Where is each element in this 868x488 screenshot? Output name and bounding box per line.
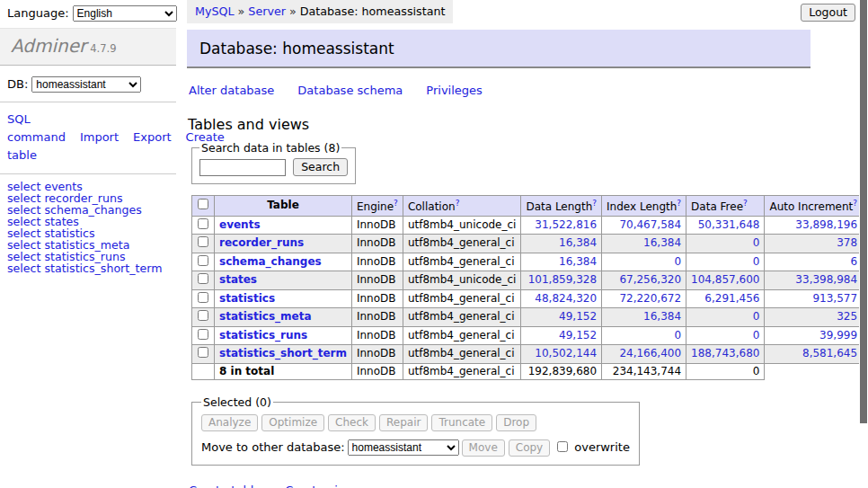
data-length-cell: 10,502,144 <box>521 345 602 364</box>
language-select[interactable]: English <box>73 5 177 22</box>
row-checkbox[interactable] <box>198 218 208 229</box>
database-nav-link[interactable]: Database schema <box>297 84 403 97</box>
row-checkbox[interactable] <box>198 310 208 321</box>
total-data-length-cell: 192,839,680 <box>521 363 602 380</box>
engine-cell: InnoDB <box>351 235 403 253</box>
move-label: Move to other database: <box>201 440 345 454</box>
table-row: statistics_runs InnoDB utf8mb4_general_c… <box>192 326 868 345</box>
collation-cell: utf8mb4_general_ci <box>403 289 521 308</box>
move-db-select[interactable]: homeassistant <box>348 439 459 456</box>
row-checkbox[interactable] <box>198 273 208 284</box>
bulk-action-button[interactable]: Optimize <box>261 414 324 431</box>
sidebar-action-link[interactable]: Export <box>133 130 172 144</box>
create-link[interactable]: Create view <box>285 484 354 488</box>
table-name-link[interactable]: events <box>219 218 261 231</box>
tables-grid: Table Engine?Collation?Data Length?Index… <box>191 195 868 380</box>
total-row: 8 in total InnoDB utf8mb4_general_ci 192… <box>192 363 868 380</box>
search-button[interactable]: Search <box>293 158 348 176</box>
data-free-cell: 0 <box>686 253 765 271</box>
data-free-cell: 6,291,456 <box>686 289 765 308</box>
column-header-label: Data Length <box>526 200 592 213</box>
selected-fieldset: Selected (0) AnalyzeOptimizeCheckRepairT… <box>191 395 640 466</box>
scrollbar-thumb[interactable] <box>860 0 867 423</box>
database-nav-link[interactable]: Alter database <box>189 84 274 97</box>
adminer-logo[interactable]: Adminer <box>11 35 86 57</box>
column-help-link[interactable]: ? <box>394 199 398 208</box>
row-checkbox-cell <box>192 345 215 364</box>
table-row: states InnoDB utf8mb4_unicode_ci 101,859… <box>192 271 868 290</box>
select-all-checkbox[interactable] <box>198 199 208 209</box>
table-row: schema_changes InnoDB utf8mb4_general_ci… <box>192 253 868 271</box>
row-checkbox-cell <box>192 216 215 235</box>
data-length-cell: 101,859,328 <box>521 271 602 290</box>
table-name-cell: events <box>215 216 352 235</box>
table-name-link[interactable]: states <box>219 273 257 286</box>
total-engine-cell: InnoDB <box>351 363 403 380</box>
sidebar-action-link[interactable]: Import <box>80 130 119 144</box>
database-nav-link[interactable]: Privileges <box>426 84 483 97</box>
search-input[interactable] <box>199 159 286 176</box>
row-checkbox[interactable] <box>198 236 208 247</box>
column-help-link[interactable]: ? <box>456 199 460 208</box>
table-name-link[interactable]: statistics_meta <box>219 310 312 323</box>
data-length-cell: 49,152 <box>521 326 602 345</box>
search-fieldset: Search data in tables (8) Search <box>191 141 356 184</box>
adminer-logo-block: Adminer4.7.9 <box>0 28 176 66</box>
collation-cell: utf8mb4_unicode_ci <box>403 271 521 290</box>
index-length-cell: 72,220,672 <box>602 289 686 308</box>
db-select[interactable]: homeassistant <box>31 76 141 93</box>
breadcrumb-link[interactable]: MySQL <box>195 4 235 18</box>
total-label-cell: 8 in total <box>215 363 352 380</box>
row-checkbox-cell <box>192 235 215 253</box>
sidebar-actions: SQL commandImportExportCreate table <box>0 102 176 173</box>
engine-cell: InnoDB <box>351 345 403 364</box>
row-checkbox[interactable] <box>198 255 208 266</box>
data-free-cell: 0 <box>686 326 765 345</box>
row-checkbox[interactable] <box>198 347 208 358</box>
auto-increment-cell: 378 <box>765 235 863 253</box>
column-help-link[interactable]: ? <box>743 199 748 208</box>
row-checkbox[interactable] <box>198 292 208 303</box>
sidebar-action-link[interactable]: SQL command <box>7 112 66 144</box>
scrollbar[interactable] <box>859 0 868 488</box>
table-name-link[interactable]: recorder_runs <box>219 236 304 249</box>
table-name-cell: schema_changes <box>215 253 352 271</box>
table-name-cell: statistics_runs <box>215 326 352 345</box>
column-help-link[interactable]: ? <box>853 199 857 208</box>
language-row: Language:English <box>0 0 176 26</box>
table-row: statistics_meta InnoDB utf8mb4_general_c… <box>192 308 868 327</box>
row-checkbox[interactable] <box>198 329 208 340</box>
bulk-action-button[interactable]: Repair <box>379 414 428 431</box>
index-length-cell: 70,467,584 <box>602 216 686 235</box>
sidebar-select-link[interactable]: select statistics_short_term <box>7 263 169 275</box>
db-row: DB:homeassistant <box>0 66 176 102</box>
total-empty-cell <box>192 363 215 380</box>
table-name-link[interactable]: statistics_runs <box>219 329 307 342</box>
row-checkbox-cell <box>192 289 215 308</box>
move-action-button[interactable]: Move <box>462 439 505 457</box>
index-length-cell: 16,384 <box>602 235 686 253</box>
column-help-link[interactable]: ? <box>677 199 681 208</box>
table-name-cell: statistics <box>215 289 352 308</box>
data-free-cell: 104,857,600 <box>686 271 765 290</box>
move-action-button[interactable]: Copy <box>509 439 550 457</box>
db-label: DB: <box>7 77 28 91</box>
column-help-link[interactable]: ? <box>592 199 597 208</box>
row-checkbox-cell <box>192 253 215 271</box>
overwrite-checkbox[interactable] <box>557 441 568 452</box>
table-name-link[interactable]: schema_changes <box>219 255 322 268</box>
create-link[interactable]: Create table <box>189 484 261 488</box>
column-header: Data Length? <box>521 196 602 217</box>
bulk-action-button[interactable]: Truncate <box>431 414 492 431</box>
column-header-label: Engine <box>357 200 394 213</box>
breadcrumb-link[interactable]: Server <box>248 4 286 18</box>
bulk-action-button[interactable]: Drop <box>496 414 536 431</box>
data-length-cell: 31,522,816 <box>521 216 602 235</box>
bulk-action-button[interactable]: Check <box>328 414 376 431</box>
table-name-link[interactable]: statistics <box>219 292 275 305</box>
bulk-action-button[interactable]: Analyze <box>201 414 258 431</box>
column-header: Engine? <box>351 196 403 217</box>
breadcrumb-current: Database: homeassistant <box>300 4 446 18</box>
data-free-cell: 50,331,648 <box>686 216 765 235</box>
table-name-link[interactable]: statistics_short_term <box>219 347 347 359</box>
